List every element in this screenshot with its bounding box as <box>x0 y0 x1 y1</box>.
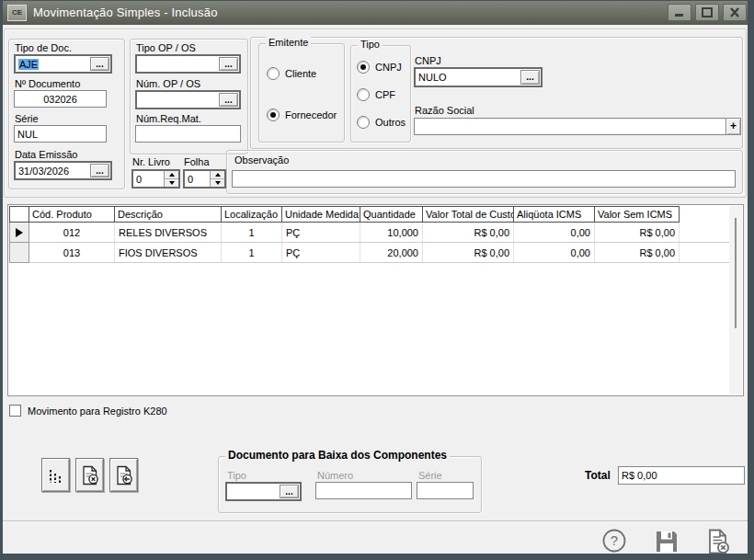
cell-cod-produto: 012 <box>29 223 115 243</box>
stock-chart-button[interactable] <box>41 458 70 492</box>
spin-up-icon[interactable] <box>165 171 178 179</box>
k280-checkbox-label: Movimento para Registro K280 <box>28 406 167 417</box>
save-button[interactable] <box>653 528 680 555</box>
nr-livro-value[interactable] <box>133 171 164 187</box>
num-req-mat-label: Núm.Req.Mat. <box>136 113 201 124</box>
grid-scrollbar-thumb[interactable] <box>735 218 737 328</box>
baixa-serie-input[interactable] <box>417 482 474 499</box>
movimentacao-simples-window: CE Movimentação Simples - Inclusão Tipo … <box>0 0 754 560</box>
delete-document-button[interactable] <box>75 458 104 492</box>
cell-unidade-medida: PÇ <box>282 223 360 243</box>
products-grid: Cód. Produto Descrição Localização Unida… <box>7 204 744 396</box>
document-delete-icon <box>80 465 100 486</box>
serie-input[interactable] <box>14 125 107 143</box>
tipo-op-lookup-button[interactable]: ... <box>219 57 238 71</box>
cancel-document-button[interactable] <box>703 527 733 556</box>
spin-down-icon[interactable] <box>165 179 178 187</box>
cell-quantidade: 10,000 <box>360 223 423 243</box>
cell-cod-produto: 013 <box>29 243 115 263</box>
observacao-label: Observação <box>234 154 289 166</box>
k280-checkbox-row[interactable]: Movimento para Registro K280 <box>9 405 167 417</box>
col-header-aliquota-icms[interactable]: Aliqüota ICMS <box>514 207 595 223</box>
radio-cnpj[interactable]: CNPJ <box>357 61 402 74</box>
col-header-quantidade[interactable]: Quantidade <box>360 207 423 223</box>
folha-label: Folha <box>184 156 210 167</box>
radio-cpf[interactable]: CPF <box>357 88 395 101</box>
observacao-input[interactable] <box>232 170 736 188</box>
num-documento-input[interactable] <box>14 90 107 108</box>
folha-stepper[interactable] <box>183 169 226 189</box>
num-op-input[interactable]: ... <box>135 90 241 109</box>
data-emissao-input[interactable]: ... <box>14 161 112 180</box>
grid-vertical-scrollbar[interactable] <box>729 206 742 394</box>
cell-descricao: FIOS DIVERSOS <box>115 243 222 263</box>
baixa-numero-input[interactable] <box>315 482 412 499</box>
data-emissao-label: Data Emissão <box>15 149 77 160</box>
baixa-tipo-label: Tipo <box>227 470 246 481</box>
grid-row-012[interactable]: 012 RELES DIVERSOS 1 PÇ 10,000 R$ 0,00 0… <box>10 223 730 243</box>
radio-outros-label: Outros <box>375 117 406 128</box>
col-header-cod-produto[interactable]: Cód. Produto <box>29 207 115 223</box>
baixa-numero-label: Número <box>317 470 353 481</box>
close-icon <box>726 6 743 18</box>
document-return-icon <box>114 465 134 486</box>
col-header-descricao[interactable]: Descrição <box>115 207 222 223</box>
razao-social-input[interactable] <box>414 118 726 135</box>
spin-down-icon[interactable] <box>211 179 224 187</box>
emitente-groupbox: Emitente <box>258 43 345 143</box>
minimize-button[interactable] <box>668 4 691 21</box>
total-input[interactable] <box>618 466 745 485</box>
radio-cliente[interactable]: Cliente <box>267 67 316 80</box>
folha-value[interactable] <box>185 171 210 187</box>
spin-up-icon[interactable] <box>211 171 224 179</box>
tipo-doc-input[interactable]: AJE ... <box>14 54 112 74</box>
col-header-localizacao[interactable]: Localização <box>222 207 282 223</box>
bar-chart-icon <box>46 465 65 485</box>
titlebar: CE Movimentação Simples - Inclusão <box>0 0 754 25</box>
baixa-caption: Documento para Baixa dos Componentes <box>225 449 450 462</box>
cnpj-input[interactable]: ... <box>414 67 543 87</box>
window-border-top <box>0 0 754 1</box>
tipo-op-label: Tipo OP / OS <box>136 42 196 53</box>
data-emissao-lookup-button[interactable]: ... <box>90 164 109 177</box>
row-indicator-cell <box>10 243 29 263</box>
razao-social-add-button[interactable]: + <box>725 118 741 135</box>
maximize-icon <box>699 6 715 18</box>
radio-fornecedor-label: Fornecedor <box>285 109 337 120</box>
bottom-divider <box>0 520 754 521</box>
help-button[interactable]: ? <box>600 527 628 554</box>
tipo-doc-lookup-button[interactable]: ... <box>90 57 109 71</box>
num-req-mat-input[interactable] <box>135 125 241 143</box>
data-emissao-value[interactable] <box>17 164 90 177</box>
tipo-doc-label: Tipo de Doc. <box>15 42 72 53</box>
baixa-tipo-input[interactable]: ... <box>225 482 302 501</box>
cell-valor-sem-icms: R$ 0,00 <box>595 243 680 263</box>
col-header-unidade-medida[interactable]: Unidade Medida <box>282 207 360 223</box>
tipo-op-input[interactable]: ... <box>135 54 241 74</box>
col-header-valor-sem-icms[interactable]: Valor Sem ICMS <box>595 207 680 223</box>
row-indicator-cell <box>10 223 29 243</box>
baixa-serie-label: Série <box>418 470 442 481</box>
close-button[interactable] <box>723 4 747 21</box>
cnpj-lookup-button[interactable]: ... <box>520 70 540 85</box>
return-document-button[interactable] <box>109 458 138 492</box>
num-op-lookup-button[interactable]: ... <box>219 93 238 107</box>
num-op-value[interactable] <box>138 93 219 107</box>
cell-valor-total: R$ 0,00 <box>423 243 514 263</box>
radio-fornecedor[interactable]: Fornecedor <box>267 109 337 121</box>
cell-descricao: RELES DIVERSOS <box>115 223 222 243</box>
baixa-tipo-lookup-button[interactable]: ... <box>280 485 299 498</box>
cnpj-value[interactable] <box>417 70 520 85</box>
col-header-valor-total[interactable]: Valor Total de Custo <box>423 207 514 223</box>
cell-valor-total: R$ 0,00 <box>423 223 514 243</box>
razao-social-label: Razão Social <box>415 105 474 116</box>
grid-row-013[interactable]: 013 FIOS DIVERSOS 1 PÇ 20,000 R$ 0,00 0,… <box>10 243 730 263</box>
nr-livro-stepper[interactable] <box>131 169 180 189</box>
baixa-tipo-value[interactable] <box>228 485 280 498</box>
tipo-op-value[interactable] <box>138 57 219 71</box>
maximize-button[interactable] <box>695 4 719 21</box>
radio-outros[interactable]: Outros <box>357 116 406 129</box>
window-title: Movimentação Simples - Inclusão <box>33 6 218 19</box>
k280-checkbox[interactable] <box>9 405 21 417</box>
svg-text:?: ? <box>611 532 618 548</box>
